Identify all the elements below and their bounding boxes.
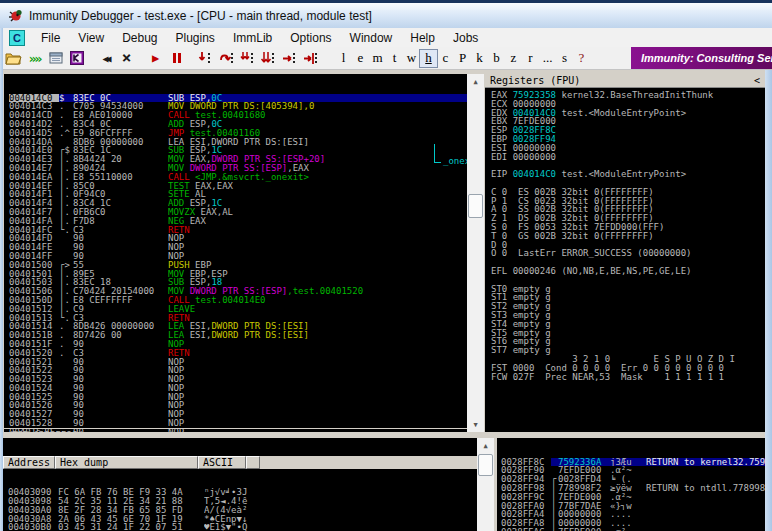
menu-item-help[interactable]: Help [401, 29, 444, 47]
disassembly-scrollbar[interactable]: ▲ ▼ [467, 74, 484, 432]
restart-icon[interactable]: »» [24, 49, 45, 68]
dump-row[interactable]: 004030B003 45 31 24 1F 22 07 51♥E1$▼"•Q [8, 523, 477, 531]
onexit-bracket [434, 144, 441, 163]
disasm-row[interactable]: 004014FF90NOP [9, 252, 467, 261]
execute-till-return-icon[interactable] [279, 49, 300, 68]
dump-header-ascii[interactable]: ASCII [198, 456, 246, 469]
register-row[interactable]: EFL 00000246 (NO,NB,E,BE,NS,PE,GE,LE) [491, 267, 765, 276]
registers-pane[interactable]: Registers (FPU) < EAX 75923358 kernel32.… [485, 74, 765, 432]
letter-button-...[interactable]: ... [539, 50, 556, 67]
menu-item-window[interactable]: Window [341, 29, 402, 47]
animate-over-icon[interactable] [258, 49, 279, 68]
letter-button-P[interactable]: P [454, 50, 471, 67]
disasm-row[interactable]: 004014FC└.C3RETN [9, 226, 467, 235]
disasm-row[interactable]: 004014F7│.0FB6C0MOVZX EAX,AL [9, 208, 467, 217]
disasm-row[interactable]: 00401512│.C9LEAVE [9, 305, 467, 314]
register-row[interactable]: T 0 GS 002B 32bit 0(FFFFFFFF) [491, 232, 765, 241]
disasm-row[interactable]: 004014C0$83EC 0CSUB ESP,0C [9, 94, 467, 103]
menu-item-options[interactable]: Options [281, 29, 340, 47]
plugin-icon[interactable] [66, 49, 87, 68]
disasm-row[interactable]: 0040152690NOP [9, 401, 467, 410]
register-row[interactable]: EIP 004014C0 test.<ModuleEntryPoint> [491, 170, 765, 179]
dump-header-hex[interactable]: Hex dump [55, 456, 198, 469]
disasm-row[interactable]: 004014C3.C705 94534000MOV DWORD PTR DS:[… [9, 102, 467, 111]
menu-item-plugins[interactable]: Plugins [167, 29, 224, 47]
menu-item-jobs[interactable]: Jobs [444, 29, 487, 47]
window-copy-icon[interactable] [45, 49, 66, 68]
letter-button-e[interactable]: e [352, 50, 369, 67]
disasm-row[interactable]: 0040152190NOP [9, 358, 467, 367]
disasm-row[interactable]: 004014F4│.83C4 1CADD ESP,1C [9, 199, 467, 208]
disasm-row[interactable]: 0040151B.8D7426 00LEA ESI,DWORD PTR DS:[… [9, 331, 467, 340]
letter-button-l[interactable]: l [335, 50, 352, 67]
disasm-row[interactable]: 004014EF│.85C0TEST EAX,EAX [9, 182, 467, 191]
letter-button-r[interactable]: r [522, 50, 539, 67]
disasm-row[interactable]: 004014D2.83C4 0CADD ESP,0C [9, 120, 467, 129]
letter-button-s[interactable]: s [556, 50, 573, 67]
disasm-row[interactable]: 0040151F.90NOP [9, 340, 467, 349]
menu-item-view[interactable]: View [69, 29, 113, 47]
disasm-row[interactable]: 0040152590NOP [9, 393, 467, 402]
disasm-row[interactable]: 004014F1│.0F94C0SETE AL [9, 190, 467, 199]
letter-button-z[interactable]: z [505, 50, 522, 67]
dump-scrollbar[interactable]: ▲ [477, 438, 494, 531]
step-into-icon[interactable] [195, 49, 216, 68]
disasm-row[interactable]: 004014E0┌$83EC 1CSUB ESP,1C [9, 146, 467, 155]
open-file-icon[interactable] [3, 49, 24, 68]
pause-icon[interactable] [166, 49, 187, 68]
disasm-row[interactable]: 004014FA│.F7D8NEG EAX [9, 217, 467, 226]
disasm-row[interactable]: 00401503│.83EC 18SUB ESP,18 [9, 278, 467, 287]
disasm-row[interactable]: 0040150D│.E8 CEFFFFFFCALL test.004014E0 [9, 296, 467, 305]
step-over-icon[interactable] [216, 49, 237, 68]
rewind-icon[interactable]: ◀◀ [95, 49, 116, 68]
run-icon[interactable]: ▶ [145, 49, 166, 68]
disassembly-pane[interactable]: 004014C0$83EC 0CSUB ESP,0C004014C3.C705 … [4, 74, 467, 432]
disasm-row[interactable]: 004014E7│.890424MOV DWORD PTR SS:[ESP],E… [9, 164, 467, 173]
letter-button-h[interactable]: h [420, 50, 437, 67]
hex-dump-pane[interactable]: Address Hex dump ASCII 00403090FC 6A FB … [3, 438, 477, 531]
system-menu-icon[interactable]: C [9, 30, 25, 46]
scrollbar-thumb[interactable] [468, 194, 483, 218]
menu-item-immlib[interactable]: ImmLib [224, 29, 281, 47]
register-row[interactable]: FCW 027F Prec NEAR,53 Mask 1 1 1 1 1 1 [491, 373, 765, 382]
disasm-row[interactable]: 0040152390NOP [9, 375, 467, 384]
disasm-row[interactable]: 00401513└.C3RETN [9, 314, 467, 323]
disasm-row[interactable]: 0040152790NOP [9, 410, 467, 419]
execute-till-user-icon[interactable] [300, 49, 321, 68]
dump-header-address[interactable]: Address [3, 456, 55, 469]
letter-button-m[interactable]: m [369, 50, 386, 67]
register-row[interactable]: EDI 00000000 [491, 153, 765, 162]
scroll-down-icon[interactable]: ▼ [467, 417, 484, 432]
menu-item-debug[interactable]: Debug [113, 29, 166, 47]
letter-button-b[interactable]: b [488, 50, 505, 67]
animate-into-icon[interactable] [237, 49, 258, 68]
disasm-row[interactable]: 004014FE90NOP [9, 243, 467, 252]
disasm-row[interactable]: 00401501│.89E5MOV EBP,ESP [9, 270, 467, 279]
collapse-icon[interactable]: < [754, 74, 760, 87]
letter-button-t[interactable]: t [386, 50, 403, 67]
scroll-up-icon[interactable]: ▲ [477, 438, 494, 453]
disasm-row[interactable]: 00401506│.C70424 20154000MOV DWORD PTR S… [9, 287, 467, 296]
disasm-row[interactable]: 004014E3│.8B4424 20MOV EAX,DWORD PTR SS:… [9, 155, 467, 164]
disasm-row[interactable]: 0040152290NOP [9, 366, 467, 375]
letter-button-?[interactable]: ? [573, 50, 590, 67]
disasm-row[interactable]: 004014FD90NOP [9, 234, 467, 243]
disasm-row[interactable]: 004014CD.E8 AE010000CALL test.00401680 [9, 111, 467, 120]
letter-button-w[interactable]: w [403, 50, 420, 67]
letter-button-k[interactable]: k [471, 50, 488, 67]
disasm-row[interactable]: 004014EA│.E8 55110000CALL <JMP.&msvcrt._… [9, 173, 467, 182]
disasm-row[interactable]: 00401514.8DB426 00000000LEA ESI,DWORD PT… [9, 322, 467, 331]
disasm-row[interactable]: 00401500┌>55PUSH EBP [9, 261, 467, 270]
disasm-row[interactable]: 004014D5.^E9 86FCFFFFJMP test.00401160 [9, 129, 467, 138]
disasm-row[interactable]: 0040152490NOP [9, 384, 467, 393]
letter-button-c[interactable]: c [437, 50, 454, 67]
disasm-row[interactable]: 004014DA8DB6 00000000LEA ESI,DWORD PTR D… [9, 138, 467, 147]
disasm-row[interactable]: 00401520.C3RETN [9, 349, 467, 358]
scrollbar-thumb[interactable] [478, 454, 493, 476]
close-icon[interactable]: × [116, 49, 137, 68]
stack-pane[interactable]: 0028FF8C 7592336Aj3ÆuRETURN to kernel32.… [497, 438, 765, 531]
disasm-row[interactable]: 0040152890NOP [9, 419, 467, 428]
register-row[interactable]: O 0 LastErr ERROR_SUCCESS (00000000) [491, 249, 765, 258]
scroll-up-icon[interactable]: ▲ [467, 74, 484, 89]
menu-item-file[interactable]: File [32, 29, 69, 47]
